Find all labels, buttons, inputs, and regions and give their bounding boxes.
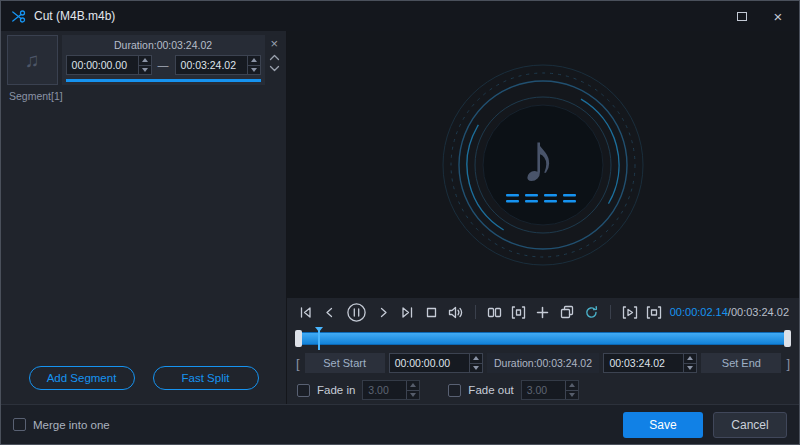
preview-stop-icon[interactable] — [645, 301, 662, 323]
playhead[interactable] — [318, 327, 320, 350]
right-bracket: ] — [785, 356, 791, 371]
footer: Merge into one Save Cancel — [1, 404, 799, 444]
spin-down-icon[interactable] — [566, 390, 578, 400]
spinner[interactable] — [683, 354, 696, 372]
spin-up-icon[interactable] — [248, 56, 260, 65]
transport-bar: 00:00:02.14/00:03:24.02 — [287, 298, 799, 326]
fast-split-button[interactable]: Fast Split — [153, 366, 259, 390]
add-icon[interactable] — [534, 301, 551, 323]
segment-end-input[interactable]: 00:03:24.02 — [175, 55, 261, 75]
spin-up-icon[interactable] — [684, 354, 696, 363]
fade-in-checkbox[interactable] — [297, 384, 310, 397]
preview-play-icon[interactable] — [621, 301, 638, 323]
fade-out-input[interactable]: 3.00 — [521, 380, 579, 400]
merge-toggle[interactable]: Merge into one — [13, 418, 110, 431]
step-forward-icon[interactable] — [374, 301, 391, 323]
music-note-icon: ♪ — [521, 119, 556, 197]
fade-in-label[interactable]: Fade in — [317, 384, 355, 396]
skip-end-icon[interactable] — [399, 301, 416, 323]
spin-down-icon[interactable] — [139, 65, 151, 75]
reset-icon[interactable] — [583, 301, 600, 323]
fade-in-input[interactable]: 3.00 — [362, 380, 420, 400]
trim-start-handle[interactable] — [295, 330, 302, 347]
spinner[interactable] — [469, 354, 482, 372]
spin-down-icon[interactable] — [684, 363, 696, 373]
spin-up-icon[interactable] — [470, 354, 482, 363]
spin-down-icon[interactable] — [470, 363, 482, 373]
skip-start-icon[interactable] — [297, 301, 314, 323]
set-end-button[interactable]: Set End — [701, 353, 781, 373]
segment-progress-bar — [66, 79, 261, 82]
segment-editor: Duration:00:03:24.02 00:00:00.00 — 00:03… — [62, 35, 265, 85]
stop-icon[interactable] — [423, 301, 440, 323]
copy-icon[interactable] — [559, 301, 576, 323]
trim-end-handle[interactable] — [784, 330, 791, 347]
merge-checkbox[interactable] — [13, 418, 26, 431]
spin-down-icon[interactable] — [407, 390, 419, 400]
divider — [610, 305, 611, 319]
merge-label[interactable]: Merge into one — [33, 419, 110, 431]
segment-close-icon[interactable]: × — [270, 37, 278, 50]
segment-strip: ♫ Duration:00:03:24.02 00:00:00.00 — 00:… — [1, 31, 286, 85]
spinner[interactable] — [138, 56, 151, 74]
fade-out-label[interactable]: Fade out — [468, 384, 513, 396]
cut-dialog: Cut (M4B.m4b) × ♫ Duration:00:03:24.02 0… — [0, 0, 800, 445]
spin-up-icon[interactable] — [566, 381, 578, 390]
segment-marker-icon[interactable] — [510, 301, 527, 323]
timeline-row — [287, 326, 799, 350]
add-segment-button[interactable]: Add Segment — [29, 366, 135, 390]
audio-placeholder-icon: ♪ — [438, 60, 648, 270]
trim-start-input[interactable]: 00:00:00.00 — [389, 353, 483, 373]
spinner[interactable] — [565, 381, 578, 399]
pause-button-icon[interactable] — [346, 301, 368, 323]
move-down-icon[interactable] — [269, 65, 280, 72]
move-up-icon[interactable] — [269, 54, 280, 61]
maximize-button[interactable] — [731, 5, 753, 27]
segment-name: Segment[1] — [1, 85, 286, 102]
step-back-icon[interactable] — [321, 301, 338, 323]
spinner[interactable] — [406, 381, 419, 399]
trim-end-input[interactable]: 00:03:24.02 — [603, 353, 697, 373]
segment-duration-label: Duration:00:03:24.02 — [66, 37, 261, 53]
titlebar: Cut (M4B.m4b) × — [1, 1, 799, 31]
cancel-button[interactable]: Cancel — [713, 412, 787, 438]
set-start-button[interactable]: Set Start — [305, 353, 385, 373]
current-time: 00:00:02.14 — [670, 306, 728, 318]
spinner[interactable] — [247, 56, 260, 74]
spin-down-icon[interactable] — [248, 65, 260, 75]
divider — [475, 305, 476, 319]
timeline-track[interactable] — [296, 332, 790, 345]
maximize-icon — [737, 12, 747, 21]
preview-area: ♪ — [287, 31, 799, 298]
preview-panel: ♪ — [286, 31, 799, 404]
music-note-icon: ♫ — [25, 49, 40, 72]
segment-panel: ♫ Duration:00:03:24.02 00:00:00.00 — 00:… — [1, 31, 286, 404]
spin-up-icon[interactable] — [139, 56, 151, 65]
split-icon[interactable] — [486, 301, 503, 323]
fade-out-checkbox[interactable] — [448, 384, 461, 397]
total-time: /00:03:24.02 — [728, 306, 789, 318]
left-bracket: [ — [295, 356, 301, 371]
fade-row: Fade in 3.00 Fade out 3.00 — [287, 376, 799, 404]
scissors-icon — [11, 9, 26, 24]
spin-up-icon[interactable] — [407, 381, 419, 390]
window-title: Cut (M4B.m4b) — [34, 9, 115, 23]
save-button[interactable]: Save — [623, 412, 703, 438]
close-button[interactable]: × — [767, 5, 789, 27]
trim-row: [ Set Start 00:00:00.00 Duration:00:03:2… — [287, 350, 799, 376]
playback-time: 00:00:02.14/00:03:24.02 — [670, 306, 789, 318]
volume-icon[interactable] — [447, 301, 464, 323]
range-dash: — — [158, 59, 169, 71]
segment-thumbnail[interactable]: ♫ — [7, 35, 58, 85]
trim-duration-label: Duration:00:03:24.02 — [487, 353, 600, 373]
segment-start-input[interactable]: 00:00:00.00 — [66, 55, 152, 75]
